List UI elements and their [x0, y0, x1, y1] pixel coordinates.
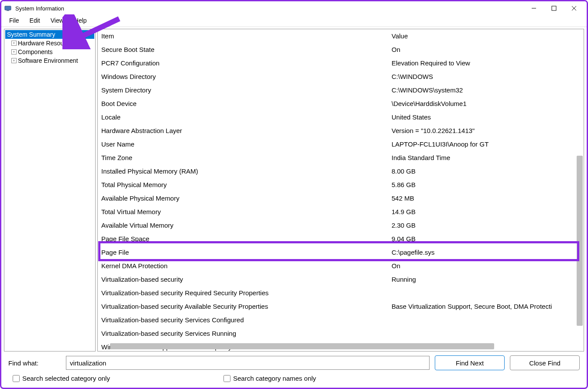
list-row[interactable]: Installed Physical Memory (RAM)8.00 GB	[98, 164, 584, 178]
cell-item: Installed Physical Memory (RAM)	[101, 165, 392, 177]
cell-value: Elevation Required to View	[392, 57, 580, 69]
tree-label: Components	[18, 48, 52, 55]
window-controls	[524, 1, 584, 15]
maximize-button[interactable]	[544, 1, 564, 15]
svg-rect-3	[552, 6, 556, 10]
checkbox-label: Search category names only	[233, 375, 316, 382]
cell-value: LAPTOP-FCL1UI3I\Anoop for GT	[392, 138, 580, 150]
list-row[interactable]: Available Virtual Memory2.30 GB	[98, 218, 584, 232]
tree-components[interactable]: + Components	[5, 48, 94, 56]
menu-help[interactable]: Help	[70, 16, 91, 25]
menu-edit[interactable]: Edit	[25, 16, 45, 25]
cell-value: United States	[392, 111, 580, 123]
cell-item: Virtualization-based security	[101, 273, 392, 285]
cell-item: Windows Directory	[101, 71, 392, 82]
cell-value: India Standard Time	[392, 152, 580, 164]
list-row[interactable]: Page File Space9.04 GB	[98, 232, 584, 246]
list-scroll[interactable]: Item Value Secure Boot StateOnPCR7 Confi…	[98, 29, 584, 351]
menu-view[interactable]: View	[46, 16, 68, 25]
cell-value	[392, 328, 580, 339]
cell-value	[392, 314, 580, 326]
find-bar: Find what: Find Next Close Find Search s…	[4, 353, 584, 385]
list-row[interactable]: Virtualization-based securityRunning	[98, 273, 584, 286]
cell-value: Version = "10.0.22621.1413"	[392, 125, 580, 136]
cell-value: 542 MB	[392, 192, 580, 204]
list-row[interactable]: Page FileC:\pagefile.sys	[98, 246, 584, 259]
expand-icon[interactable]: +	[11, 58, 17, 63]
cell-value: On	[392, 44, 580, 55]
svg-rect-1	[7, 10, 9, 11]
tree-panel[interactable]: System Summary + Hardware Resources + Co…	[4, 29, 96, 351]
cell-value: On	[392, 260, 580, 272]
cell-item: Total Physical Memory	[101, 179, 392, 191]
menubar: File Edit View Help	[1, 15, 587, 27]
cell-value: C:\pagefile.sys	[392, 246, 580, 258]
cell-item: Page File Space	[101, 233, 392, 245]
tree-label: Hardware Resources	[18, 40, 76, 47]
main-content: System Summary + Hardware Resources + Co…	[1, 27, 587, 351]
list-row[interactable]: Total Virtual Memory14.9 GB	[98, 205, 584, 218]
list-row[interactable]: Time ZoneIndia Standard Time	[98, 151, 584, 164]
list-row[interactable]: Total Physical Memory5.86 GB	[98, 178, 584, 191]
cell-item: PCR7 Configuration	[101, 57, 392, 69]
header-item[interactable]: Item	[101, 30, 392, 42]
cell-item: Locale	[101, 111, 392, 123]
cell-value: 2.30 GB	[392, 219, 580, 231]
cell-item: User Name	[101, 138, 392, 150]
list-header[interactable]: Item Value	[98, 29, 584, 43]
tree-software-environment[interactable]: + Software Environment	[5, 56, 94, 65]
cell-item: Total Virtual Memory	[101, 206, 392, 218]
close-find-button[interactable]: Close Find	[510, 355, 580, 370]
expand-icon[interactable]: +	[11, 41, 17, 46]
cell-item: Page File	[101, 246, 392, 258]
search-category-checkbox[interactable]: Search category names only	[224, 375, 316, 382]
horizontal-scrollbar[interactable]	[110, 343, 494, 349]
close-button[interactable]	[564, 1, 584, 15]
menu-file[interactable]: File	[5, 16, 24, 25]
cell-value: Base Virtualization Support, Secure Boot…	[392, 300, 580, 312]
cell-value: Running	[392, 273, 580, 285]
cell-value: 8.00 GB	[392, 165, 580, 177]
expand-icon[interactable]: +	[11, 49, 17, 55]
cell-value: C:\WINDOWS	[392, 71, 580, 82]
cell-item: Boot Device	[101, 98, 392, 109]
search-selected-checkbox[interactable]: Search selected category only	[13, 375, 110, 382]
list-row[interactable]: System DirectoryC:\WINDOWS\system32	[98, 83, 584, 97]
list-row[interactable]: Virtualization-based security Services C…	[98, 313, 584, 327]
tree-label: Software Environment	[18, 57, 78, 64]
cell-value: 5.86 GB	[392, 179, 580, 191]
list-row[interactable]: User NameLAPTOP-FCL1UI3I\Anoop for GT	[98, 137, 584, 151]
list-row[interactable]: Secure Boot StateOn	[98, 43, 584, 56]
tree-system-summary[interactable]: System Summary	[5, 30, 94, 39]
list-row[interactable]: LocaleUnited States	[98, 110, 584, 124]
cell-item: Time Zone	[101, 152, 392, 164]
cell-item: Kernel DMA Protection	[101, 260, 392, 272]
cell-item: Virtualization-based security Required S…	[101, 287, 392, 299]
tree-hardware-resources[interactable]: + Hardware Resources	[5, 39, 94, 48]
list-row[interactable]: Virtualization-based security Available …	[98, 300, 584, 313]
header-value[interactable]: Value	[392, 30, 580, 42]
find-label: Find what:	[8, 359, 61, 367]
minimize-button[interactable]	[524, 1, 544, 15]
find-next-button[interactable]: Find Next	[435, 355, 505, 370]
svg-rect-0	[5, 6, 11, 10]
cell-value	[392, 287, 580, 299]
list-row[interactable]: Available Physical Memory542 MB	[98, 191, 584, 205]
app-icon	[4, 4, 12, 12]
list-row[interactable]: Boot Device\Device\HarddiskVolume1	[98, 97, 584, 110]
list-row[interactable]: Hardware Abstraction LayerVersion = "10.…	[98, 124, 584, 137]
find-input[interactable]	[66, 356, 430, 370]
cell-value: 14.9 GB	[392, 206, 580, 218]
cell-item: Virtualization-based security Available …	[101, 300, 392, 312]
cell-value: \Device\HarddiskVolume1	[392, 98, 580, 109]
checkbox-input[interactable]	[224, 375, 230, 382]
checkbox-input[interactable]	[13, 375, 20, 382]
cell-item: Virtualization-based security Services C…	[101, 314, 392, 326]
list-row[interactable]: Windows DirectoryC:\WINDOWS	[98, 70, 584, 83]
list-row[interactable]: Kernel DMA ProtectionOn	[98, 259, 584, 273]
list-row[interactable]: Virtualization-based security Required S…	[98, 286, 584, 300]
list-row[interactable]: Virtualization-based security Services R…	[98, 327, 584, 340]
list-row[interactable]: PCR7 ConfigurationElevation Required to …	[98, 56, 584, 70]
vertical-scrollbar[interactable]	[577, 156, 583, 326]
cell-item: Available Virtual Memory	[101, 219, 392, 231]
